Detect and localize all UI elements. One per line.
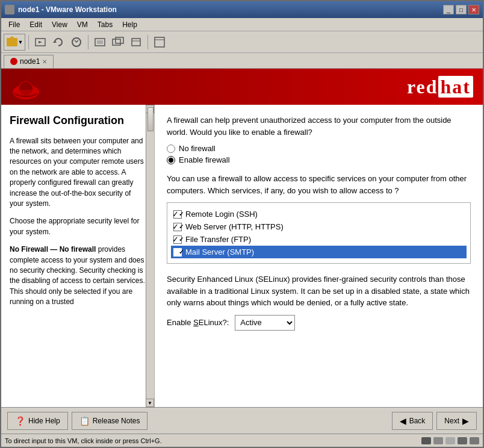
sidebar-scrollbar-track: ▲ ▼ [146,105,154,407]
service-http[interactable]: ✓ Web Server (HTTP, HTTPS) [171,220,467,233]
smtp-checkbox[interactable]: ✓ [173,248,182,257]
selinux-section: Security Enhanced Linux (SELinux) provid… [167,273,471,331]
radio-enable-firewall: Enable firewall [167,155,471,164]
selinux-row: Enable SELinux?: Disabled Warn Active [167,315,471,331]
radio-no-firewall-label: No firewall [179,144,216,153]
redhat-logo [11,73,41,101]
tab-bar: node1 ✕ [1,53,483,69]
sidebar-bold-text: No Firewall — No firewall [10,245,98,254]
firewall-radio-group: No firewall Enable firewall [167,144,471,164]
app-icon [5,5,14,14]
ssh-label: Remote Login (SSH) [185,210,258,219]
sidebar-para-1: A firewall sits between your computer an… [10,136,146,210]
redhat-brand-text: redhat [407,76,473,98]
svg-marker-3 [39,41,42,43]
svg-point-17 [13,90,39,96]
service-ssh[interactable]: ✓ Remote Login (SSH) [171,208,467,220]
radio-enable-firewall-input[interactable] [167,156,175,164]
toolbar: ▼ [1,31,483,53]
sidebar-para-3: No Firewall — No firewall provides compl… [10,244,146,307]
toolbar-settings-btn[interactable] [128,34,144,51]
sidebar-para-2: Choose the appropriate security level fo… [10,216,146,237]
menu-edit[interactable]: Edit [25,19,47,30]
selinux-label: Enable SELinux?: [167,318,229,327]
svg-marker-4 [53,40,57,43]
back-button[interactable]: ◀ Back [392,412,433,430]
toolbar-home-dropdown[interactable]: ▼ [4,34,25,51]
redhat-hat-icon [11,73,41,101]
status-icon-2 [433,437,443,444]
ftp-label: File Transfer (FTP) [185,235,251,244]
selinux-description: Security Enhanced Linux (SELinux) provid… [167,273,471,309]
http-checkbox[interactable]: ✓ [173,223,182,231]
status-icon-1 [421,437,431,444]
scrollbar-down-arrow[interactable]: ▼ [146,399,154,407]
http-label: Web Server (HTTP, HTTPS) [185,222,284,231]
toolbar-sep-3 [147,35,148,49]
service-smtp[interactable]: ✓ Mail Server (SMTP) [171,246,467,258]
hide-help-icon: ❓ [15,416,25,426]
selinux-select[interactable]: Disabled Warn Active [235,315,295,331]
hide-help-button[interactable]: ❓ Hide Help [7,412,68,430]
toolbar-suspend-btn[interactable] [32,34,49,51]
svg-rect-10 [132,39,140,46]
bottom-left-buttons: ❓ Hide Help 📋 Release Notes [7,412,147,430]
svg-rect-7 [97,40,103,44]
service-ftp[interactable]: ✓ File Transfer (FTP) [171,233,467,246]
content-split: Firewall Configuration A firewall sits b… [1,105,483,407]
toolbar-revert-btn[interactable] [50,34,67,51]
radio-enable-firewall-label: Enable firewall [179,155,230,164]
maximize-button[interactable]: □ [456,5,467,14]
next-label: Next [444,417,459,425]
close-button[interactable]: ✕ [468,5,479,14]
status-icon-5 [470,437,479,444]
toolbar-refresh-btn[interactable] [68,34,85,51]
window-title: node1 - VMware Workstation [18,5,117,14]
ftp-checkbox[interactable]: ✓ [173,235,182,244]
back-label: Back [409,417,426,425]
status-text: To direct input to this VM, click inside… [5,437,162,444]
minimize-button[interactable]: _ [443,5,454,14]
toolbar-clone-btn[interactable] [110,34,126,51]
menu-tabs[interactable]: Tabs [93,19,117,30]
tab-close-icon[interactable]: ✕ [42,58,47,65]
bottom-right-buttons: ◀ Back Next ▶ [392,412,477,430]
menu-file[interactable]: File [4,19,25,30]
right-panel: A firewall can help prevent unauthorized… [155,105,483,407]
menu-bar: File Edit View VM Tabs Help [1,18,483,31]
sidebar: Firewall Configuration A firewall sits b… [1,105,155,407]
services-intro: You can use a firewall to allow access t… [167,173,471,196]
status-icon-4 [458,437,467,444]
next-button[interactable]: Next ▶ [436,412,477,430]
main-window: node1 - VMware Workstation _ □ ✕ File Ed… [0,0,484,448]
toolbar-snapshot-btn[interactable] [92,34,108,51]
svg-marker-1 [10,36,14,38]
svg-rect-8 [113,39,120,45]
status-icon-3 [445,437,455,444]
next-icon: ▶ [462,416,469,426]
svg-rect-0 [7,38,17,46]
ssh-checkbox[interactable]: ✓ [173,210,182,219]
menu-vm[interactable]: VM [72,19,93,30]
intro-text: A firewall can help prevent unauthorized… [167,114,471,138]
toolbar-sep-1 [28,35,29,49]
redhat-header: redhat [1,69,483,105]
hide-help-label: Hide Help [28,417,60,425]
status-icons [421,437,479,444]
toolbar-fullscreen-btn[interactable] [151,34,168,51]
scrollbar-thumb[interactable] [147,107,154,131]
svg-rect-12 [155,37,164,47]
release-notes-button[interactable]: 📋 Release Notes [72,412,148,430]
toolbar-sep-2 [88,35,88,49]
title-bar: node1 - VMware Workstation _ □ ✕ [1,1,483,18]
release-notes-icon: 📋 [79,416,90,426]
tab-node1[interactable]: node1 ✕ [4,55,54,68]
services-checkbox-list: ✓ Remote Login (SSH) ✓ Web Server (HTTP,… [167,202,471,264]
tab-vm-icon [10,58,17,65]
svg-rect-9 [116,37,123,43]
radio-no-firewall-input[interactable] [167,145,175,153]
menu-view[interactable]: View [47,19,72,30]
menu-help[interactable]: Help [117,19,142,30]
sidebar-heading: Firewall Configuration [10,114,146,128]
smtp-label: Mail Server (SMTP) [185,247,254,257]
